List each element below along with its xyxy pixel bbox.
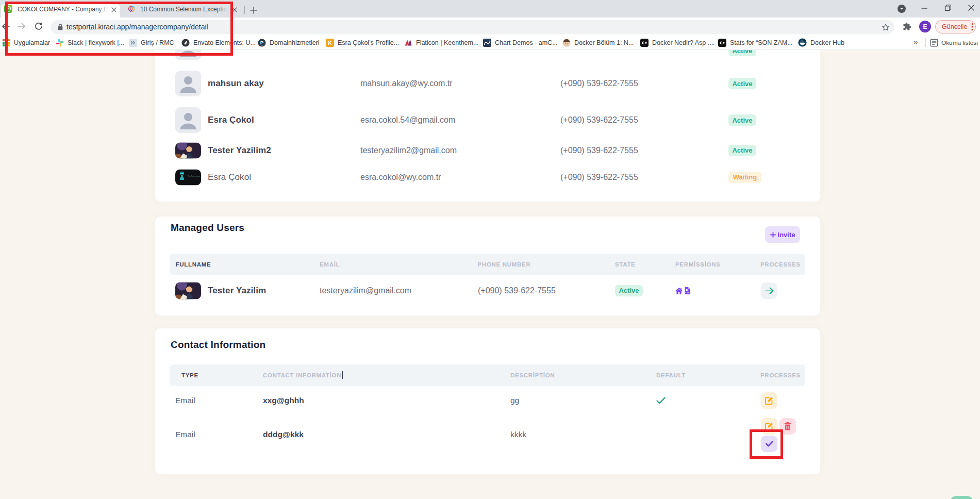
avatar	[175, 107, 201, 133]
update-button[interactable]: Güncelle	[935, 20, 976, 34]
table-row-contact: Email xxg@ghhh gg	[155, 391, 820, 410]
contact-description: kkkk	[510, 430, 526, 439]
user-name: Tester Yazilim2	[208, 145, 271, 156]
status-badge: Active	[615, 285, 643, 296]
annotation-rectangle-urlbar	[5, 2, 233, 56]
section-title: Contact Information	[171, 339, 265, 351]
table-header: FULLNAME EMAİL PHONE NUMBER STATE PERMİS…	[170, 254, 805, 275]
profile-avatar[interactable]: E	[919, 21, 931, 32]
column-header: EMAİL	[320, 254, 340, 275]
edit-pencil-icon	[765, 396, 773, 405]
amcharts-icon	[483, 39, 491, 47]
column-header: PERMİSSİONS	[675, 254, 721, 275]
document-permission-icon	[685, 287, 690, 294]
user-email: testeryazilim2@gmail.com	[360, 146, 457, 155]
invite-label: Invite	[778, 231, 795, 239]
user-email: esra.cokol.54@gmail.com	[360, 115, 455, 125]
user-email: mahsun.akay@wy.com.tr	[360, 79, 453, 88]
column-header: STATE	[615, 254, 636, 275]
user-phone: (+090) 539-622-7555	[560, 146, 638, 155]
user-phone: (+090) 539-622-7555	[560, 115, 638, 125]
user-email: testeryazilim@gmail.com	[320, 286, 411, 295]
table-row-user: Esra Çokol esra.cokol.54@gmail.com (+090…	[155, 107, 820, 133]
avatar	[175, 71, 201, 96]
dark-dots-icon	[640, 39, 649, 47]
update-label: Güncelle	[942, 23, 967, 30]
tab-search-button[interactable]	[898, 5, 906, 13]
chat-widget-peek[interactable]	[950, 496, 973, 499]
bookmark-domainhizmetleri[interactable]: P Domainhizmetleri	[258, 36, 320, 49]
contact-information-card: Contact Information TYPE CONTACT INFORMA…	[155, 328, 820, 474]
column-header: PHONE NUMBER	[478, 254, 531, 275]
home-permission-icon	[675, 287, 683, 294]
avatar: The Time is now	[175, 169, 201, 185]
bookmark-star-icon[interactable]	[882, 23, 890, 31]
user-phone: (+090) 539-622-7555	[560, 173, 638, 182]
face-avatar-icon	[562, 39, 571, 47]
browser-window: COKOLCOMPANY - Company Detail	[0, 0, 980, 499]
open-user-processes-button[interactable]	[761, 282, 777, 299]
contact-description: gg	[510, 396, 519, 405]
bookmark-flaticon[interactable]: Flaticon | Keenthem...	[404, 36, 478, 49]
svg-text:K: K	[328, 40, 332, 46]
letter-k-icon: K	[326, 39, 334, 47]
dark-dots-icon	[718, 39, 726, 47]
page-content: Active mahsun akay mahsun.akay@wy.com.tr…	[0, 50, 980, 499]
bookmark-docker-bolum[interactable]: Docker Bölüm 1: N...	[562, 36, 634, 49]
menu-kebab-icon[interactable]	[971, 23, 973, 31]
bookmark-stats-son-zam[interactable]: Stats for “SON ZAM...	[718, 36, 793, 49]
tab-separator	[244, 6, 245, 14]
user-email: esra.cokol@wy.com.tr	[360, 173, 441, 182]
window-minimize-button[interactable]	[912, 0, 936, 15]
reading-list-icon	[930, 39, 938, 47]
column-header: DEFAULT	[656, 364, 686, 386]
user-phone: (+090) 539-622-7555	[478, 286, 556, 295]
managed-users-card: Managed Users Invite FULLNAME EMAİL PHON…	[155, 217, 820, 315]
table-header: TYPE CONTACT INFORMATİON DESCRİPTİON DEF…	[170, 364, 805, 386]
bookmarks-separator	[925, 38, 926, 47]
window-restore-button[interactable]	[936, 0, 960, 15]
reading-list-button[interactable]: Okuma listesi	[930, 36, 978, 49]
user-name: Tester Yazilim	[208, 286, 266, 296]
arrow-right-icon	[765, 287, 774, 294]
status-badge: Active	[728, 114, 756, 126]
annotation-rectangle-confirm	[750, 429, 783, 459]
column-header: PROCESSES	[760, 364, 801, 386]
bookmark-chart-demos[interactable]: Chart Demos - amC...	[483, 36, 558, 49]
status-badge: Active	[728, 145, 756, 156]
bookmark-docker-nedir[interactable]: Docker Nedir? Asp ....	[640, 36, 715, 49]
letter-p-icon: P	[258, 39, 266, 47]
user-name: Esra Çokol	[208, 115, 254, 125]
table-row-managed-user: Tester Yazilim testeryazilim@gmail.com (…	[155, 282, 820, 299]
bookmark-esra-profile[interactable]: K Esra Çokol's Profile...	[326, 36, 399, 49]
user-name: Esra Çokol	[208, 172, 251, 182]
new-tab-button[interactable]	[250, 6, 258, 14]
status-badge: Active	[728, 78, 756, 89]
bookmark-docker-hub[interactable]: Docker Hub	[798, 36, 844, 49]
default-check-icon	[656, 397, 666, 404]
extensions-puzzle-icon[interactable]	[903, 22, 911, 31]
column-header: TYPE	[181, 364, 198, 386]
contact-value: dddg@kkk	[263, 430, 304, 439]
column-header: PROCESSES	[760, 254, 801, 275]
table-row-contact: Email dddg@kkk kkkk	[155, 425, 820, 444]
table-row-user: Tester Yazilim2 testeryazilim2@gmail.com…	[155, 142, 820, 158]
avatar	[175, 282, 201, 299]
invite-button[interactable]: Invite	[765, 226, 800, 243]
docker-whale-icon	[798, 38, 807, 47]
company-users-card: Active mahsun akay mahsun.akay@wy.com.tr…	[155, 50, 820, 202]
table-row-partial: Active	[155, 50, 820, 60]
column-header: FULLNAME	[176, 254, 211, 275]
edit-contact-button[interactable]	[761, 392, 777, 409]
flaticon-icon	[404, 39, 412, 47]
table-row-user: mahsun akay mahsun.akay@wy.com.tr (+090)…	[155, 71, 820, 96]
column-header-with-cursor: CONTACT INFORMATİON	[263, 364, 343, 386]
window-close-button[interactable]	[959, 0, 980, 15]
avatar	[175, 142, 201, 158]
svg-text:P: P	[260, 40, 264, 45]
section-title: Managed Users	[171, 222, 244, 234]
contact-type: Email	[175, 396, 195, 405]
bookmarks-overflow-chevron[interactable]: »	[911, 38, 920, 47]
svg-text:The Time is now: The Time is now	[188, 175, 200, 177]
user-phone: (+090) 539-622-7555	[560, 79, 638, 88]
